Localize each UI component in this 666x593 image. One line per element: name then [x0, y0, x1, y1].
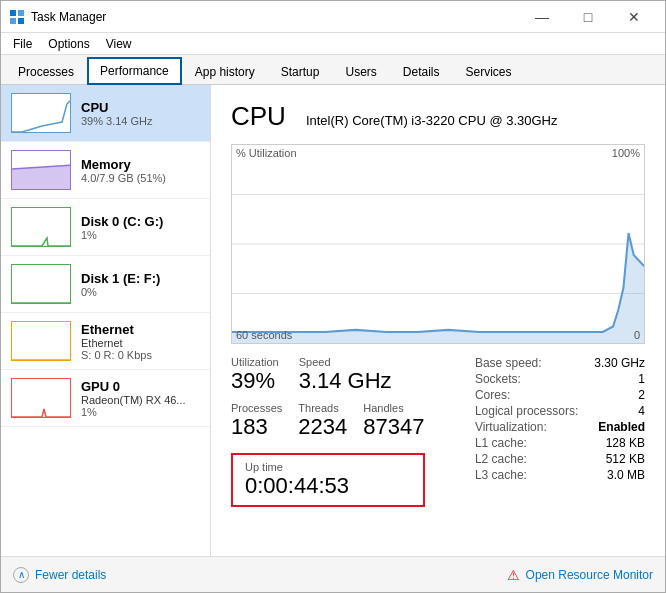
disk0-sub: 1% [81, 229, 163, 241]
footer: ∧ Fewer details ⚠ Open Resource Monitor [1, 556, 665, 592]
menu-file[interactable]: File [5, 35, 40, 52]
virtualization-value: Enabled [594, 420, 645, 434]
tabs-bar: Processes Performance App history Startu… [1, 55, 665, 85]
logical-proc-value: 4 [594, 404, 645, 418]
window-title: Task Manager [31, 10, 106, 24]
content-area: CPU 39% 3.14 GHz Memory 4.0/7.9 GB (51%) [1, 85, 665, 556]
handles-stat: Handles 87347 [363, 402, 424, 440]
cpu-title: CPU [231, 101, 286, 132]
open-resource-monitor-btn[interactable]: ⚠ Open Resource Monitor [507, 567, 653, 583]
tab-users[interactable]: Users [332, 58, 389, 85]
minimize-button[interactable]: — [519, 4, 565, 30]
chart-svg [232, 145, 644, 343]
chart-label-utilization: % Utilization [236, 147, 297, 159]
utilization-label: Utilization [231, 356, 279, 368]
disk0-thumb [11, 207, 71, 247]
chart-label-60s: 60 seconds [236, 329, 292, 341]
svg-marker-8 [232, 233, 644, 343]
l1-label: L1 cache: [475, 436, 578, 450]
logical-proc-label: Logical processors: [475, 404, 578, 418]
processes-stat: Processes 183 [231, 402, 282, 440]
disk0-info: Disk 0 (C: G:) 1% [81, 214, 163, 241]
open-resource-monitor-label: Open Resource Monitor [526, 568, 653, 582]
ethernet-sub: S: 0 R: 0 Kbps [81, 349, 152, 361]
handles-value: 87347 [363, 414, 424, 440]
svg-rect-2 [10, 18, 16, 24]
ethernet-label: Ethernet [81, 322, 152, 337]
ethernet-sub2: Ethernet [81, 337, 152, 349]
utilization-stat: Utilization 39% [231, 356, 279, 394]
memory-thumb [11, 150, 71, 190]
sidebar-item-disk1[interactable]: Disk 1 (E: F:) 0% [1, 256, 210, 313]
memory-label: Memory [81, 157, 166, 172]
title-bar-left: Task Manager [9, 9, 106, 25]
processes-label: Processes [231, 402, 282, 414]
threads-label: Threads [298, 402, 347, 414]
sidebar-item-disk0[interactable]: Disk 0 (C: G:) 1% [1, 199, 210, 256]
fewer-details-label: Fewer details [35, 568, 106, 582]
cpu-model: Intel(R) Core(TM) i3-3220 CPU @ 3.30GHz [306, 113, 558, 128]
cpu-chart: % Utilization 100% 60 seconds 0 [231, 144, 645, 344]
sidebar-item-ethernet[interactable]: Ethernet Ethernet S: 0 R: 0 Kbps [1, 313, 210, 370]
gpu-info: GPU 0 Radeon(TM) RX 46... 1% [81, 379, 186, 418]
utilization-value: 39% [231, 368, 279, 394]
memory-sub: 4.0/7.9 GB (51%) [81, 172, 166, 184]
disk1-info: Disk 1 (E: F:) 0% [81, 271, 160, 298]
chart-label-0: 0 [634, 329, 640, 341]
l2-label: L2 cache: [475, 452, 578, 466]
virtualization-label: Virtualization: [475, 420, 578, 434]
right-stats: Base speed: 3.30 GHz Sockets: 1 Cores: 2… [475, 356, 645, 507]
svg-rect-1 [18, 10, 24, 16]
tab-performance[interactable]: Performance [87, 57, 182, 85]
sidebar: CPU 39% 3.14 GHz Memory 4.0/7.9 GB (51%) [1, 85, 211, 556]
close-button[interactable]: ✕ [611, 4, 657, 30]
cores-value: 2 [594, 388, 645, 402]
disk1-sub: 0% [81, 286, 160, 298]
tab-processes[interactable]: Processes [5, 58, 87, 85]
cpu-label: CPU [81, 100, 153, 115]
svg-rect-0 [10, 10, 16, 16]
task-manager-window: Task Manager — □ ✕ File Options View Pro… [0, 0, 666, 593]
menu-options[interactable]: Options [40, 35, 97, 52]
ethernet-info: Ethernet Ethernet S: 0 R: 0 Kbps [81, 322, 152, 361]
base-speed-label: Base speed: [475, 356, 578, 370]
disk1-thumb [11, 264, 71, 304]
tab-startup[interactable]: Startup [268, 58, 333, 85]
uptime-value: 0:00:44:53 [245, 473, 411, 499]
cores-label: Cores: [475, 388, 578, 402]
fewer-details-btn[interactable]: ∧ Fewer details [13, 567, 106, 583]
maximize-button[interactable]: □ [565, 4, 611, 30]
chart-label-100: 100% [612, 147, 640, 159]
tab-details[interactable]: Details [390, 58, 453, 85]
uptime-box: Up time 0:00:44:53 [231, 453, 425, 507]
svg-rect-3 [18, 18, 24, 24]
main-panel: CPU Intel(R) Core(TM) i3-3220 CPU @ 3.30… [211, 85, 665, 556]
menu-bar: File Options View [1, 33, 665, 55]
gpu-sub2: Radeon(TM) RX 46... [81, 394, 186, 406]
l3-value: 3.0 MB [594, 468, 645, 482]
sidebar-item-gpu[interactable]: GPU 0 Radeon(TM) RX 46... 1% [1, 370, 210, 427]
tab-app-history[interactable]: App history [182, 58, 268, 85]
gpu-thumb [11, 378, 71, 418]
cpu-header: CPU Intel(R) Core(TM) i3-3220 CPU @ 3.30… [231, 101, 645, 132]
base-speed-value: 3.30 GHz [594, 356, 645, 370]
l1-value: 128 KB [594, 436, 645, 450]
cpu-info: CPU 39% 3.14 GHz [81, 100, 153, 127]
title-bar: Task Manager — □ ✕ [1, 1, 665, 33]
uptime-label: Up time [245, 461, 411, 473]
speed-stat: Speed 3.14 GHz [299, 356, 392, 394]
sidebar-item-memory[interactable]: Memory 4.0/7.9 GB (51%) [1, 142, 210, 199]
memory-info: Memory 4.0/7.9 GB (51%) [81, 157, 166, 184]
processes-value: 183 [231, 414, 282, 440]
tab-services[interactable]: Services [453, 58, 525, 85]
disk1-label: Disk 1 (E: F:) [81, 271, 160, 286]
sockets-value: 1 [594, 372, 645, 386]
window-controls: — □ ✕ [519, 4, 657, 30]
gpu-label: GPU 0 [81, 379, 186, 394]
sidebar-item-cpu[interactable]: CPU 39% 3.14 GHz [1, 85, 210, 142]
handles-label: Handles [363, 402, 424, 414]
l3-label: L3 cache: [475, 468, 578, 482]
app-icon [9, 9, 25, 25]
disk0-label: Disk 0 (C: G:) [81, 214, 163, 229]
menu-view[interactable]: View [98, 35, 140, 52]
